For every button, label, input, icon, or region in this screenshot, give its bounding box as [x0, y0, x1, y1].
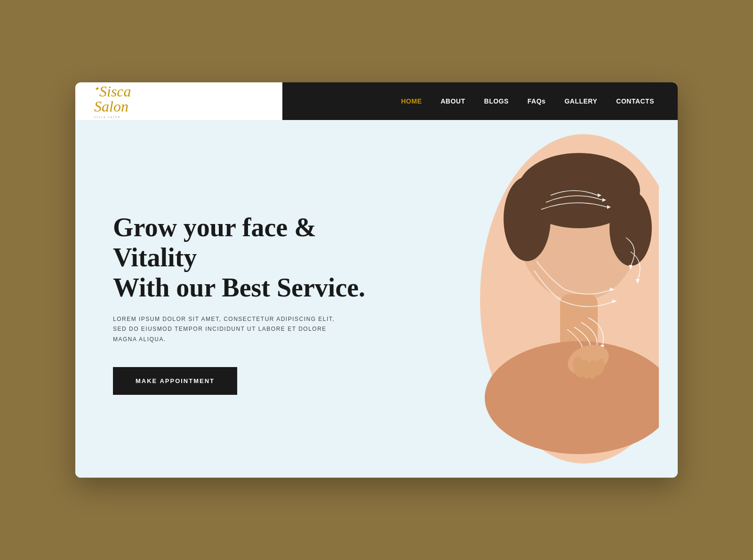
hero-section: Grow your face & Vitality With our Best …	[75, 120, 678, 478]
nav-about[interactable]: ABOUT	[441, 97, 465, 105]
logo-section: ✦SiscaSalon sisca salon	[75, 82, 282, 120]
browser-window: ✦SiscaSalon sisca salon HOME ABOUT BLOGS…	[75, 82, 678, 478]
logo: ✦SiscaSalon sisca salon	[94, 84, 131, 119]
nav-faqs[interactable]: FAQs	[528, 97, 546, 105]
hero-description: Lorem ipsum dolor sit amet, consectetur …	[113, 314, 339, 345]
nav-gallery[interactable]: GALLERY	[564, 97, 597, 105]
nav-contacts[interactable]: CONTACTS	[616, 97, 654, 105]
make-appointment-button[interactable]: MAKE APPOINTMENT	[113, 367, 237, 395]
header: ✦SiscaSalon sisca salon HOME ABOUT BLOGS…	[75, 82, 678, 120]
svg-point-8	[504, 176, 551, 261]
nav-blogs[interactable]: BLOGS	[484, 97, 509, 105]
logo-tagline: sisca salon	[94, 115, 120, 119]
svg-point-9	[609, 191, 652, 266]
hero-title: Grow your face & Vitality With our Best …	[113, 212, 369, 303]
arrows-illustration	[442, 134, 659, 464]
main-content: Grow your face & Vitality With our Best …	[75, 120, 678, 478]
logo-brand-text: ✦SiscaSalon	[94, 84, 131, 114]
nav-home[interactable]: HOME	[401, 97, 422, 105]
main-nav: HOME ABOUT BLOGS FAQs GALLERY CONTACTS	[282, 82, 678, 120]
hero-content: Grow your face & Vitality With our Best …	[75, 120, 407, 478]
